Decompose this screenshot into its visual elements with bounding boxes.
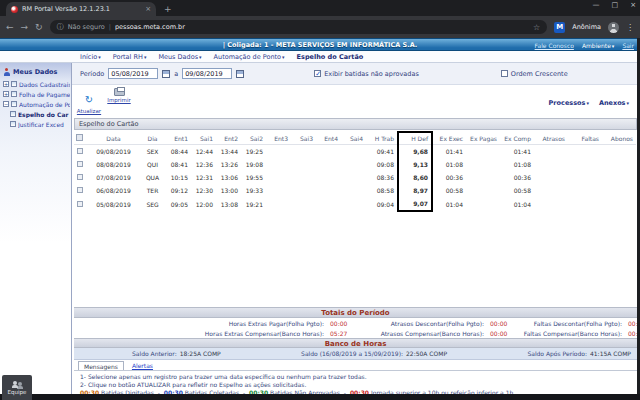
calendar-icon[interactable] [162, 70, 170, 78]
cell-sai2: 19:55 [241, 171, 266, 184]
col-htrab[interactable]: H Trab [366, 132, 398, 145]
total-label: Atrasos Descontar(Folha Pgto): [354, 320, 484, 327]
expand-plus-icon[interactable]: + [3, 81, 9, 87]
site-info-icon[interactable] [57, 22, 64, 32]
sidebar-item-label: Justificar Exced [18, 121, 64, 128]
menu-inicio[interactable]: Início [80, 53, 101, 61]
menu-automacao-ponto[interactable]: Automação de Ponto [214, 53, 285, 61]
collapse-minus-icon[interactable]: − [3, 101, 9, 107]
banco-horas-header: Banco de Horas [74, 338, 637, 348]
cell-atrasos [534, 145, 568, 159]
col-sai1[interactable]: Sai1 [191, 132, 216, 145]
calendar-icon[interactable] [236, 70, 244, 78]
url-field[interactable]: Não seguro | pessoas.meta.com.br [50, 20, 548, 34]
col-ent3[interactable]: Ent3 [266, 132, 291, 145]
menu-espelho-cartao[interactable]: Espelho do Cartão [297, 53, 364, 61]
cell-ent2: 13:08 [216, 197, 241, 211]
col-faltas[interactable]: Faltas [568, 132, 602, 145]
col-expagas[interactable]: Ex Pagas [466, 132, 500, 145]
maximize-icon[interactable] [612, 1, 619, 9]
avatar-icon[interactable] [608, 22, 619, 33]
col-sai3[interactable]: Sai3 [291, 132, 316, 145]
table-header-row: Data Dia Ent1 Sai1 Ent2 Sai2 Ent3 Sai3 E… [74, 132, 636, 145]
cell-atrasos [534, 171, 568, 184]
tab-mensagens[interactable]: Mensagens [78, 361, 124, 370]
col-atrasos[interactable]: Atrasos [534, 132, 568, 145]
close-window-icon[interactable] [630, 1, 636, 9]
cell-excomp: 00:36 [500, 171, 534, 184]
environment-menu[interactable]: Ambiente [582, 42, 614, 49]
sidebar-item-folha-pagamento[interactable]: + Folha de Pagamento [0, 89, 71, 99]
cell-expagas [466, 197, 500, 211]
menu-meus-dados[interactable]: Meus Dados [158, 53, 201, 61]
select-all-checkbox[interactable] [76, 134, 83, 141]
cell-ent1: 08:44 [166, 145, 191, 159]
sidebar-item-justificar[interactable]: Justificar Exced [0, 119, 71, 129]
equipe-widget[interactable]: Equipe [2, 375, 32, 400]
pill-separator: | [109, 23, 111, 31]
col-dia[interactable]: Dia [142, 132, 166, 145]
processos-menu[interactable]: Processos [549, 99, 589, 107]
col-ent4[interactable]: Ent4 [316, 132, 341, 145]
col-ent1[interactable]: Ent1 [166, 132, 191, 145]
totals-row: Horas Extras Pagar(Folha Pgto):00:00 Atr… [74, 318, 637, 328]
cell-hdef: 9,13 [398, 158, 432, 171]
cell-htrab: 08:58 [366, 184, 398, 197]
col-hdef[interactable]: H Def [398, 132, 432, 145]
close-tab-icon[interactable] [145, 5, 151, 13]
browser-address-bar: Não seguro | pessoas.meta.com.br M Anôni… [0, 16, 640, 38]
row-checkbox[interactable] [77, 187, 83, 193]
menu-portal-rh[interactable]: Portal RH [113, 53, 147, 61]
back-icon[interactable] [6, 22, 14, 32]
refresh-button[interactable]: Atualizar [74, 88, 104, 114]
print-button[interactable]: Imprimir [104, 88, 134, 103]
date-to-input[interactable] [182, 68, 232, 79]
tab-alertas[interactable]: Alertas [132, 362, 153, 370]
profile-name: Anônima [572, 23, 601, 31]
sidebar-item-dados-cadastrais[interactable]: + Dados Cadastrais [0, 79, 71, 89]
cell-faltas [568, 158, 602, 171]
total-value: 00:00 [484, 330, 514, 337]
forward-icon[interactable] [21, 22, 29, 32]
expand-plus-icon[interactable]: + [3, 91, 9, 97]
col-exexec[interactable]: Ex Exec [432, 132, 466, 145]
col-excomp[interactable]: Ex Comp [500, 132, 534, 145]
contact-link[interactable]: Fale Conosco [535, 42, 574, 49]
ascending-order-checkbox[interactable] [501, 70, 508, 77]
col-ent2[interactable]: Ent2 [216, 132, 241, 145]
col-data[interactable]: Data [88, 132, 142, 145]
anexos-menu[interactable]: Anexos [599, 99, 629, 107]
show-unapproved-checkbox[interactable] [314, 70, 321, 77]
browser-tab[interactable]: RM Portal Versão 12.1.23.1 [6, 2, 156, 16]
sidebar-item-espelho-cartao[interactable]: Espelho do Car [0, 109, 71, 119]
browser-menu-icon[interactable] [626, 23, 634, 32]
cell-sai1: 12:30 [191, 184, 216, 197]
bookmark-star-icon[interactable] [533, 23, 540, 32]
print-label: Imprimir [107, 97, 130, 103]
col-sai4[interactable]: Sai4 [341, 132, 366, 145]
cell-hdef: 9,68 [398, 145, 432, 159]
security-label: Não seguro [68, 23, 105, 31]
col-abonos[interactable]: Abonos [602, 132, 636, 145]
col-sai2[interactable]: Sai2 [241, 132, 266, 145]
exit-link[interactable]: Sair [622, 42, 634, 49]
sidebar-item-automacao-ponto[interactable]: − Automação de Pont [0, 99, 71, 109]
filter-bar: Período a Exibir batidas não aprovadas O… [72, 63, 640, 85]
reload-icon[interactable] [35, 22, 43, 32]
date-from-input[interactable] [108, 68, 158, 79]
row-checkbox[interactable] [77, 201, 83, 207]
row-checkbox[interactable] [77, 174, 83, 180]
total-value: 00:00 [484, 320, 514, 327]
document-icon [10, 111, 16, 117]
new-tab-icon[interactable] [164, 4, 172, 14]
extension-icon[interactable]: M [554, 22, 565, 33]
printer-icon [114, 88, 125, 96]
cell-hdef: 8,60 [398, 171, 432, 184]
row-checkbox[interactable] [77, 148, 83, 154]
sidebar-item-label: Automação de Pont [19, 101, 70, 108]
cell-sai2: 19:21 [241, 197, 266, 211]
minimize-icon[interactable] [593, 1, 600, 9]
refresh-label: Atualizar [77, 108, 101, 114]
cell-sai3 [291, 197, 316, 211]
row-checkbox[interactable] [77, 161, 83, 167]
